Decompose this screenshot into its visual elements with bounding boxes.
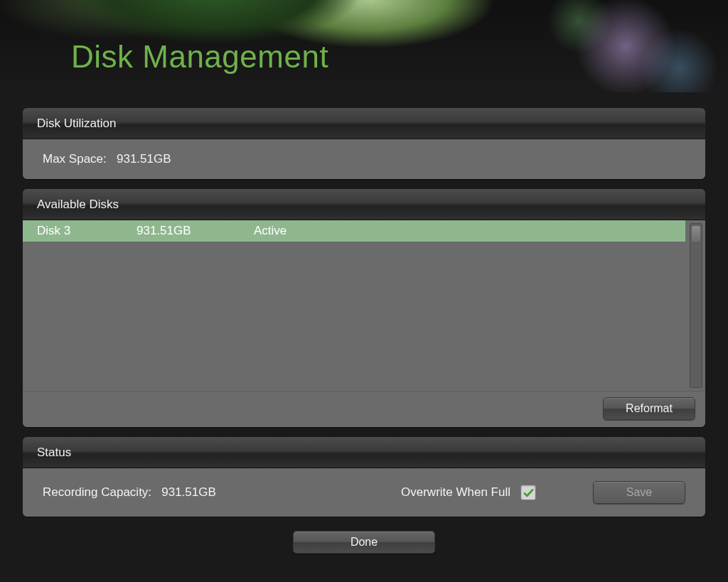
disk-row[interactable]: Disk 3 931.51GB Active — [23, 220, 685, 242]
max-space-value: 931.51GB — [117, 152, 171, 166]
content: Disk Utilization Max Space: 931.51GB Ava… — [0, 108, 728, 554]
available-disks-footer: Reformat — [23, 391, 705, 427]
overwrite-checkbox[interactable] — [520, 485, 536, 500]
checkmark-icon — [523, 487, 535, 499]
recording-capacity: Recording Capacity: 931.51GB — [43, 485, 401, 500]
disk-utilization-panel: Disk Utilization Max Space: 931.51GB — [23, 108, 705, 179]
scrollbar-thumb[interactable] — [692, 226, 700, 242]
reformat-button[interactable]: Reformat — [603, 397, 695, 420]
disk-name: Disk 3 — [37, 224, 136, 238]
status-header: Status — [23, 437, 705, 468]
disk-list: Disk 3 931.51GB Active — [23, 220, 705, 391]
available-disks-header: Available Disks — [23, 189, 705, 220]
done-button[interactable]: Done — [293, 531, 435, 554]
max-space-label: Max Space: — [43, 152, 107, 166]
overwrite-group: Overwrite When Full — [401, 485, 536, 500]
available-disks-body: Disk 3 931.51GB Active — [23, 220, 705, 391]
disk-size: 931.51GB — [136, 224, 254, 238]
recording-capacity-label: Recording Capacity: — [43, 485, 151, 499]
recording-capacity-value: 931.51GB — [161, 485, 216, 499]
available-disks-panel: Available Disks Disk 3 931.51GB Active R… — [23, 189, 705, 427]
bottom-bar: Done — [23, 531, 705, 554]
disk-list-scrollbar[interactable] — [690, 223, 702, 388]
save-button[interactable]: Save — [593, 481, 685, 504]
disk-utilization-body: Max Space: 931.51GB — [23, 139, 705, 179]
page-title: Disk Management — [71, 39, 328, 75]
overwrite-label: Overwrite When Full — [401, 485, 510, 500]
disk-utilization-header: Disk Utilization — [23, 108, 705, 139]
status-body: Recording Capacity: 931.51GB Overwrite W… — [23, 468, 705, 517]
status-panel: Status Recording Capacity: 931.51GB Over… — [23, 437, 705, 517]
disk-state: Active — [254, 224, 685, 238]
header-banner: Disk Management — [0, 0, 728, 92]
